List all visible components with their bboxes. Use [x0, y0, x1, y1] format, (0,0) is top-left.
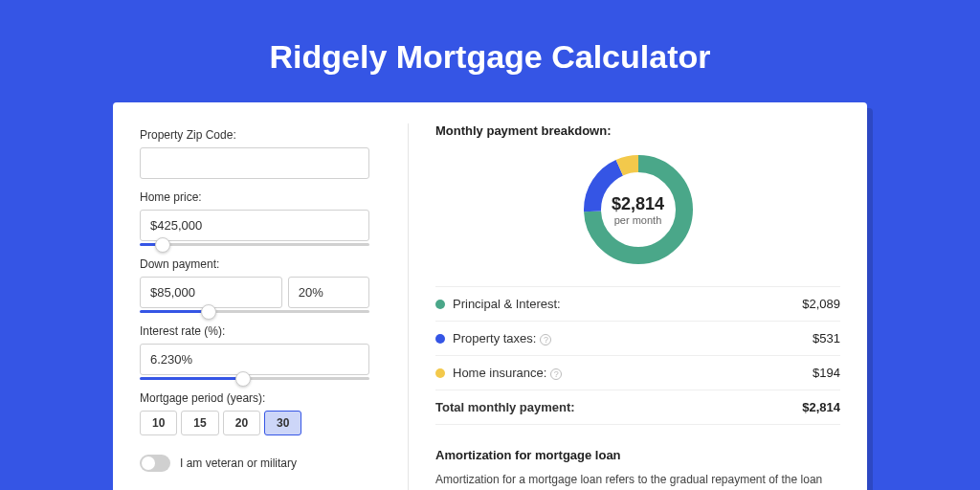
calculator-card: Property Zip Code: Home price: Down paym…: [113, 102, 867, 490]
legend-row: Home insurance:?$194: [435, 355, 840, 390]
legend-label: Principal & Interest:: [453, 297, 802, 311]
swatch-icon: [435, 300, 445, 309]
total-label: Total monthly payment:: [435, 400, 802, 414]
period-label: Mortgage period (years):: [140, 391, 369, 405]
total-amount: $2,814: [802, 400, 840, 414]
veteran-toggle[interactable]: [140, 455, 170, 472]
home-price-input[interactable]: [140, 210, 369, 241]
period-15[interactable]: 15: [181, 411, 218, 435]
down-payment-label: Down payment:: [140, 257, 369, 271]
zip-label: Property Zip Code:: [140, 128, 369, 142]
legend-total-row: Total monthly payment:$2,814: [435, 390, 840, 425]
swatch-icon: [435, 368, 445, 378]
donut-total-sub: per month: [612, 214, 664, 226]
breakdown-panel: Monthly payment breakdown: $2,814 per mo…: [408, 123, 840, 490]
legend-row: Principal & Interest:$2,089: [435, 286, 840, 321]
period-group: 10152030: [140, 411, 369, 435]
down-payment-pct-input[interactable]: [288, 277, 369, 308]
legend-amount: $2,089: [802, 297, 840, 311]
period-10[interactable]: 10: [140, 411, 177, 435]
veteran-label: I am veteran or military: [180, 457, 297, 470]
inputs-panel: Property Zip Code: Home price: Down paym…: [140, 123, 369, 490]
breakdown-title: Monthly payment breakdown:: [435, 123, 840, 138]
legend-label: Property taxes:?: [453, 331, 813, 345]
page-title: Ridgely Mortgage Calculator: [0, 0, 980, 102]
info-icon[interactable]: ?: [550, 368, 562, 380]
info-icon[interactable]: ?: [540, 334, 551, 345]
legend-row: Property taxes:?$531: [435, 321, 840, 355]
legend-label: Home insurance:?: [453, 366, 813, 380]
legend-amount: $531: [813, 331, 840, 345]
amortization-title: Amortization for mortgage loan: [435, 448, 840, 462]
legend-amount: $194: [813, 366, 840, 380]
amortization-text: Amortization for a mortgage loan refers …: [435, 472, 840, 490]
breakdown-donut-chart: $2,814 per month: [581, 152, 696, 267]
rate-input[interactable]: [140, 344, 369, 375]
home-price-slider[interactable]: [140, 243, 369, 246]
zip-input[interactable]: [140, 147, 369, 179]
swatch-icon: [435, 334, 445, 344]
rate-slider[interactable]: [140, 377, 369, 380]
donut-total-value: $2,814: [612, 194, 664, 214]
breakdown-legend: Principal & Interest:$2,089Property taxe…: [435, 286, 840, 425]
rate-label: Interest rate (%):: [140, 324, 369, 338]
period-20[interactable]: 20: [223, 411, 260, 435]
period-30[interactable]: 30: [264, 411, 301, 435]
down-payment-slider[interactable]: [140, 310, 369, 313]
home-price-label: Home price:: [140, 190, 369, 204]
